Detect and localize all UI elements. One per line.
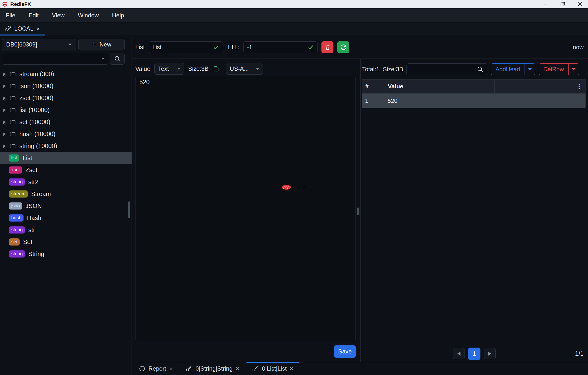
tree-expander-icon[interactable] — [3, 108, 6, 112]
connection-tab-local[interactable]: LOCAL × — [0, 23, 45, 35]
connection-tab-close-icon[interactable]: × — [37, 25, 40, 32]
delete-key-button[interactable] — [321, 41, 333, 53]
bottom-tab-close-icon[interactable]: × — [236, 366, 239, 372]
tree-folder[interactable]: hash (10000) — [0, 128, 132, 140]
bottom-tab[interactable]: 0|String|String × — [180, 362, 245, 375]
tree-key-name: str2 — [28, 178, 38, 186]
tree-key-name: Hash — [27, 214, 41, 222]
rows-search-input[interactable] — [410, 66, 477, 73]
tree-key-item[interactable]: string String — [0, 248, 132, 260]
rows-search-field[interactable] — [406, 63, 487, 75]
tree-folder-label: list (10000) — [19, 106, 50, 114]
new-key-button[interactable]: + New — [78, 39, 125, 50]
save-button[interactable]: Save — [334, 345, 356, 358]
bottom-tab[interactable]: 0|List|List × — [246, 362, 299, 375]
menu-item[interactable]: File — [6, 12, 15, 19]
ttl-input[interactable] — [247, 44, 307, 51]
search-icon — [114, 55, 121, 62]
value-textarea[interactable]: 520 — [135, 76, 356, 341]
ttl-field[interactable] — [243, 41, 318, 53]
folder-icon — [9, 119, 16, 125]
bottom-tab-close-icon[interactable]: × — [169, 366, 173, 372]
search-button[interactable] — [110, 53, 125, 65]
menu-item[interactable]: Window — [78, 12, 99, 19]
folder-icon — [9, 95, 16, 101]
tree-key-item[interactable]: stream Stream — [0, 188, 132, 200]
bottom-tab-label: 0|List|List — [262, 365, 287, 372]
next-page-button[interactable] — [484, 348, 496, 359]
close-window-button[interactable] — [577, 1, 583, 7]
restore-button[interactable] — [560, 1, 566, 7]
rows-table: # Value ⋮ 1 520 — [362, 79, 586, 108]
del-row-button[interactable]: DelRow — [539, 63, 579, 75]
connection-tab-label: LOCAL — [14, 25, 34, 32]
tree-key-item[interactable]: set Set — [0, 236, 132, 248]
connection-tab-bar: LOCAL × — [0, 23, 588, 36]
copy-icon[interactable] — [212, 65, 219, 72]
add-head-caret-icon[interactable] — [525, 64, 535, 75]
pagination: 1 1/1 — [361, 345, 588, 362]
tree-expander-icon[interactable] — [3, 132, 6, 136]
bottom-tab-bar: Report × 0|String|String × 0|List|List × — [132, 362, 588, 375]
folder-icon — [9, 71, 16, 77]
menu-item[interactable]: Edit — [29, 12, 39, 19]
bottom-tab-close-icon[interactable]: × — [290, 366, 293, 372]
panel-splitter[interactable] — [356, 59, 361, 362]
key-type-badge: zset — [9, 166, 22, 174]
value-content: 520 — [139, 79, 150, 85]
tree-folder[interactable]: set (10000) — [0, 116, 132, 128]
chevron-down-icon — [68, 44, 72, 46]
trash-icon — [324, 44, 331, 50]
redis-logo-icon — [2, 1, 8, 7]
tree-key-name: JSON — [25, 202, 42, 210]
folder-icon — [9, 107, 16, 113]
del-row-caret-icon[interactable] — [569, 64, 579, 75]
key-search-field[interactable] — [2, 53, 108, 65]
bottom-tab[interactable]: Report × — [134, 362, 178, 375]
key-search-input[interactable] — [6, 55, 101, 62]
tree-expander-icon[interactable] — [3, 120, 6, 124]
add-head-button[interactable]: AddHead — [491, 63, 535, 75]
tree-folder[interactable]: stream (300) — [0, 68, 132, 80]
key-type-label: List — [135, 44, 145, 51]
tree-key-item[interactable]: json JSON — [0, 200, 132, 212]
database-select[interactable]: DB0[60309] — [2, 39, 76, 50]
tree-expander-icon[interactable] — [3, 72, 6, 76]
menu-item[interactable]: View — [52, 12, 65, 19]
key-name-field[interactable] — [149, 41, 223, 53]
tree-key-item[interactable]: hash Hash — [0, 212, 132, 224]
row-index: 1 — [362, 94, 384, 108]
tree-folder[interactable]: zset (10000) — [0, 92, 132, 104]
menu-item[interactable]: Help — [112, 12, 124, 19]
tree-expander-icon[interactable] — [3, 144, 6, 148]
tree-folder[interactable]: list (10000) — [0, 104, 132, 116]
current-page-button[interactable]: 1 — [468, 348, 480, 360]
column-settings-icon[interactable]: ⋮ — [576, 84, 582, 89]
minimize-button[interactable] — [542, 1, 549, 7]
key-icon — [185, 365, 192, 372]
encoding-select[interactable]: US-A... — [226, 63, 263, 75]
sidebar-scrollbar-thumb[interactable] — [128, 201, 130, 218]
tree-expander-icon[interactable] — [3, 96, 6, 100]
tree-folder-label: set (10000) — [19, 118, 50, 126]
tree-key-item[interactable]: list List — [0, 152, 132, 164]
tree-key-name: Stream — [31, 190, 51, 198]
tree-key-item[interactable]: string str2 — [0, 176, 132, 188]
search-mode-caret-icon[interactable] — [101, 58, 104, 60]
tree-expander-icon[interactable] — [3, 84, 6, 88]
refresh-key-button[interactable] — [337, 41, 349, 53]
tree-folder-label: hash (10000) — [19, 130, 55, 138]
format-select[interactable]: Text — [154, 63, 184, 75]
key-name-input[interactable] — [152, 44, 213, 51]
tree-key-item[interactable]: zset Zset — [0, 164, 132, 176]
info-icon — [139, 365, 145, 372]
prev-page-button[interactable] — [453, 348, 465, 359]
tree-key-item[interactable]: string str — [0, 224, 132, 236]
key-type-badge: string — [9, 250, 25, 258]
tree-folder[interactable]: json (10000) — [0, 80, 132, 92]
table-row[interactable]: 1 520 — [362, 94, 586, 108]
tree-key-name: Set — [23, 238, 32, 246]
splitter-handle[interactable] — [357, 208, 359, 215]
tree-folder[interactable]: string (10000) — [0, 140, 132, 152]
tree-key-name: str — [28, 226, 35, 234]
